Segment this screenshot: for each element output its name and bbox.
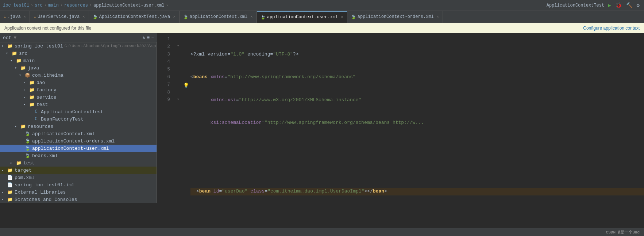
sync-icon[interactable]: ↻ — [143, 35, 146, 41]
val-xsi: "http://www.w3.org/2001/XMLSchema-instan… — [239, 96, 361, 104]
attr-xmlns: xmlns — [211, 73, 225, 81]
tab-close-4[interactable]: × — [250, 15, 253, 19]
run-icon[interactable]: ▶ — [606, 1, 612, 9]
test-label: test — [36, 102, 48, 107]
tab-appcontext[interactable]: 🍃 applicationContext.xml × — [180, 11, 257, 23]
breadcrumb-module[interactable]: ioc_test01 — [3, 3, 29, 8]
sidebar-appcontext-orders[interactable]: 🍃 applicationContext-orders.xml — [0, 137, 157, 145]
sidebar-com-itheima[interactable]: 📦 com.itheima — [0, 72, 157, 79]
folder-icon-test-2: 📁 — [15, 160, 22, 166]
breadcrumb-resources[interactable]: resources — [64, 3, 88, 8]
build-icon[interactable]: 🔨 — [625, 1, 634, 9]
tab-close-3[interactable]: × — [173, 15, 176, 19]
editor-content: 1 2 3 4 5 6 7 8 9 ▾ ▾ — [157, 33, 644, 228]
sidebar-resources[interactable]: 📁 resources — [0, 123, 157, 130]
code-line-1: <?xml version="1.0" encoding="UTF-8"?> — [190, 51, 644, 58]
sidebar-beans-xml[interactable]: 🍃 beans.xml — [0, 152, 157, 159]
tab-close-5[interactable]: × — [341, 15, 343, 19]
fold-5 — [174, 66, 182, 74]
breadcrumb-sep-4: › — [89, 3, 92, 8]
sidebar-appcontext-xml[interactable]: 🍃 applicationContext.xml — [0, 130, 157, 137]
bracket-7b: ></ — [364, 188, 373, 195]
sidebar-scratches[interactable]: 📁 Scratches and Consoles — [0, 196, 157, 203]
sidebar-src[interactable]: 📁 src — [0, 50, 157, 57]
tab-label: applicationContext-user.xml — [267, 15, 338, 20]
xml-pi-1: <?xml version="1.0" encoding="UTF-8"?> — [190, 51, 298, 58]
minus-icon[interactable]: – — [151, 35, 154, 41]
breadcrumb-sep-2: › — [44, 3, 47, 8]
tab-appcontext-orders[interactable]: 🍃 applicationContext-orders.xml × — [347, 11, 443, 23]
spring-xml-icon-4: 🍃 — [24, 153, 31, 159]
folder-icon-resources: 📁 — [20, 123, 26, 129]
sidebar-target[interactable]: 📁 target — [0, 167, 157, 174]
indent-4 — [190, 119, 211, 127]
breadcrumb-src[interactable]: src — [35, 3, 43, 8]
fold-8 — [174, 89, 182, 97]
arrow-dao — [23, 80, 28, 85]
space-7b — [247, 188, 250, 195]
tab-close-2[interactable]: × — [82, 15, 85, 19]
sidebar-dao[interactable]: 📁 dao — [0, 79, 157, 86]
line-numbers: 1 2 3 4 5 6 7 8 9 — [157, 35, 174, 228]
code-line-7: <bean id="userDao" class="com.itheima.da… — [190, 188, 644, 195]
val-id: "userDao" — [222, 188, 247, 195]
indent-3 — [190, 96, 211, 104]
line-num-3: 3 — [157, 51, 170, 58]
folder-icon-java: 📁 — [20, 65, 26, 71]
configure-link[interactable]: Configure application context — [583, 26, 640, 31]
tab-java-dot[interactable]: ☕ .java × — [0, 11, 30, 23]
cog-icon[interactable]: ≡ — [147, 35, 150, 41]
debug-icon[interactable]: 🐞 — [614, 1, 623, 9]
tab-spring-icon: 🍃 — [93, 15, 98, 19]
tab-close-1[interactable]: × — [24, 15, 26, 19]
sidebar-java[interactable]: 📁 java — [0, 64, 157, 72]
sidebar-ext-libs[interactable]: 📁 External Libraries — [0, 189, 157, 196]
bottom-right-text: CSDN @是一个Bug — [606, 229, 640, 235]
editor-area: 1 2 3 4 5 6 7 8 9 ▾ ▾ — [157, 33, 644, 228]
sidebar-appcontext-user[interactable]: 🍃 applicationContext-user.xml — [0, 145, 157, 152]
attr-id: id — [213, 188, 219, 195]
iml-icon: 📄 — [7, 182, 13, 188]
appcontext-orders-label: applicationContext-orders.xml — [32, 138, 115, 144]
line-num-6: 6 — [157, 73, 170, 81]
dao-label: dao — [36, 80, 45, 85]
icon-4 — [182, 58, 190, 66]
settings-icon[interactable]: ⚙ — [635, 1, 641, 9]
sidebar-service[interactable]: 📁 service — [0, 94, 157, 101]
sidebar-tree: 📁 spring_ioc_test01 C:\Users\haohao\Spri… — [0, 42, 157, 203]
eq-3: = — [236, 96, 239, 104]
src-label: src — [19, 51, 27, 56]
sidebar-factory[interactable]: 📁 factory — [0, 86, 157, 94]
sidebar-main[interactable]: 📁 main — [0, 57, 157, 64]
sidebar-test[interactable]: 📁 test — [0, 101, 157, 108]
sidebar-test-2[interactable]: 📁 test — [0, 159, 157, 167]
tab-java-icon: ☕ — [4, 15, 6, 19]
sidebar-title: ect ▼ — [3, 35, 16, 41]
tab-userservice[interactable]: ☕ UserService.java × — [30, 11, 89, 23]
eq-7b: = — [265, 188, 267, 195]
fold-2[interactable]: ▾ — [174, 43, 182, 51]
sidebar-beanfactorytest[interactable]: C BeanFactoryTest — [0, 115, 157, 123]
tab-userservice-icon: ☕ — [34, 15, 36, 19]
spring-xml-icon-3: 🍃 — [24, 145, 31, 151]
bracket-7c: > — [384, 188, 387, 195]
sidebar-project-root[interactable]: 📁 spring_ioc_test01 C:\Users\haohao\Spri… — [0, 42, 157, 50]
arrow-src — [6, 51, 11, 56]
test-label-2: test — [23, 160, 35, 166]
code-editor[interactable]: <?xml version="1.0" encoding="UTF-8"?> <… — [190, 35, 644, 228]
sidebar-appcontexttest[interactable]: C ApplicationContextTest — [0, 108, 157, 115]
fold-9[interactable]: ▾ — [174, 97, 182, 104]
fold-1[interactable] — [174, 35, 182, 43]
sidebar-pom[interactable]: 📄 pom.xml — [0, 174, 157, 181]
fold-4 — [174, 58, 182, 66]
folder-icon-src: 📁 — [11, 50, 18, 56]
arrow-resources — [15, 124, 20, 129]
tab-appcontexttest[interactable]: 🍃 ApplicationContextTest.java × — [89, 11, 180, 23]
package-icon: 📦 — [24, 72, 31, 78]
tab-appcontext-user[interactable]: 🍃 applicationContext-user.xml × — [257, 11, 347, 23]
tab-xml-icon-active: 🍃 — [261, 15, 266, 20]
sidebar-iml[interactable]: 📄 spring_ioc_test01.iml — [0, 181, 157, 189]
tag-bean-close: bean — [373, 188, 384, 195]
breadcrumb-main[interactable]: main — [48, 3, 59, 8]
tab-close-6[interactable]: × — [437, 15, 439, 19]
